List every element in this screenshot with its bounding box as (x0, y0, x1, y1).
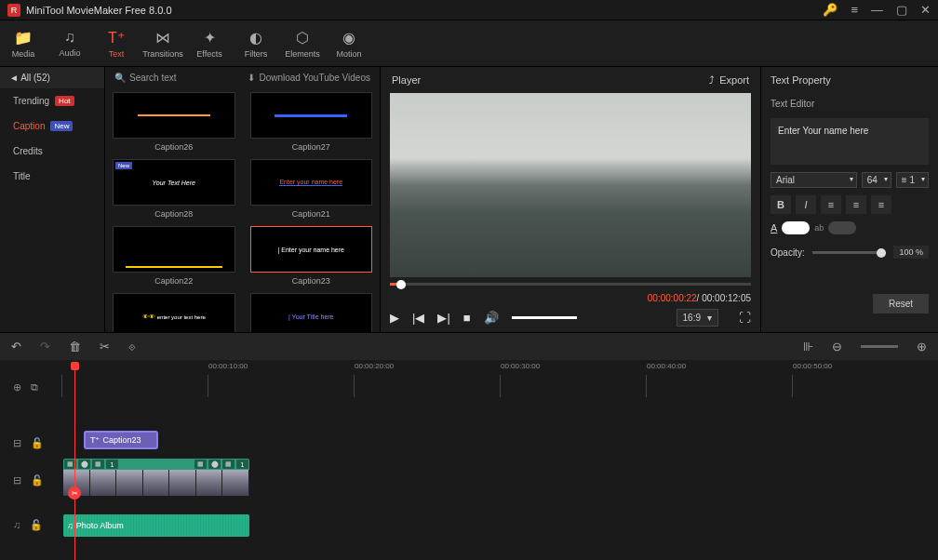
lock-icon[interactable]: 🔓 (31, 474, 44, 487)
elements-icon: ⬡ (296, 29, 309, 47)
main-toolbar: 📁Media ♫Audio T⁺Text ⋈Transitions ✦Effec… (0, 20, 938, 67)
undo-icon[interactable]: ↶ (11, 340, 21, 353)
music-icon: ♫ (64, 29, 75, 46)
stop-icon[interactable]: ■ (463, 311, 471, 325)
cut-icon[interactable]: ✂ (100, 340, 110, 353)
minimize-icon[interactable]: — (871, 3, 883, 17)
text-color-icon: A (770, 222, 777, 233)
new-badge: New (50, 121, 73, 131)
motion-icon: ◉ (342, 29, 355, 47)
align-center-button[interactable]: ≡ (846, 195, 866, 214)
crop-icon[interactable]: ⟐ (128, 340, 136, 353)
caption-item[interactable]: 👁👁 enter your text here (113, 293, 235, 332)
highlight-label: ab (814, 223, 824, 233)
caption-item[interactable]: | Your Title here (250, 293, 373, 332)
lock-icon[interactable]: 🔓 (31, 437, 44, 449)
line-spacing-select[interactable]: ≡ 1 (896, 172, 929, 188)
export-button[interactable]: ⤴Export (709, 74, 749, 86)
text-input[interactable] (770, 118, 929, 165)
tool-audio[interactable]: ♫Audio (47, 20, 93, 66)
playhead[interactable]: ✂ (74, 362, 75, 560)
caption-item[interactable]: Your Text HereNewCaption28 (113, 159, 235, 219)
caption-item[interactable]: Caption22 (113, 226, 235, 286)
key-icon[interactable]: 🔑 (823, 3, 838, 17)
size-select[interactable]: 64 (862, 172, 891, 188)
align-right-button[interactable]: ≡ (871, 195, 891, 214)
music-icon: ♫ (67, 521, 74, 530)
text-property-panel: Text Property Text Editor Arial 64 ≡ 1 B… (761, 67, 938, 332)
video-track-icon: ⊟ (13, 474, 21, 487)
opacity-value: 100 % (893, 246, 929, 259)
sidebar-title[interactable]: Title (0, 164, 104, 189)
timeline: ⊕⧉ ⊟🔓 ⊟🔓 ♫🔓 00:00:10:00 00:00:20:00 00:0… (0, 360, 938, 560)
search-icon: 🔍 (114, 73, 126, 83)
tool-media[interactable]: 📁Media (0, 20, 47, 66)
line-height-icon: ≡ (902, 175, 907, 185)
text-track-icon: ⊟ (13, 437, 21, 449)
time-current: 00:00:00:22 (648, 293, 697, 303)
volume-slider[interactable] (512, 316, 577, 319)
caption-item[interactable]: | Enter your name hereCaption23 (250, 226, 373, 286)
menu-icon[interactable]: ≡ (851, 3, 858, 17)
props-title: Text Property (761, 67, 938, 93)
text-icon: T⁺ (90, 435, 100, 445)
video-clip[interactable]: ▦⬤▦1▦⬤▦1 (63, 459, 249, 496)
sidebar-trending[interactable]: TrendingHot (0, 88, 104, 113)
audio-clip[interactable]: ♫Photo Album (63, 514, 249, 537)
tool-elements[interactable]: ⬡Elements (279, 20, 326, 66)
add-track-icon[interactable]: ⊕ (13, 381, 21, 393)
time-ruler[interactable]: 00:00:10:00 00:00:20:00 00:00:30:00 00:0… (61, 375, 938, 397)
next-frame-icon[interactable]: ▶| (437, 311, 449, 325)
zoom-in-icon[interactable]: ⊕ (917, 340, 927, 353)
highlight-toggle[interactable] (828, 221, 856, 234)
italic-button[interactable]: I (796, 195, 816, 214)
split-icon[interactable]: ✂ (68, 487, 81, 500)
lock-icon[interactable]: 🔓 (30, 519, 43, 531)
titlebar: R MiniTool MovieMaker Free 8.0.0 🔑 ≡ — ▢… (0, 0, 938, 20)
text-icon: T⁺ (108, 29, 125, 47)
zoom-out-icon[interactable]: ⊖ (832, 340, 842, 353)
video-preview[interactable] (390, 93, 751, 277)
caption-item[interactable]: Enter your name hereCaption21 (250, 159, 373, 219)
redo-icon[interactable]: ↷ (40, 340, 50, 353)
delete-icon[interactable]: 🗑 (69, 340, 81, 353)
volume-icon[interactable]: 🔊 (484, 311, 499, 325)
prev-frame-icon[interactable]: |◀ (412, 311, 424, 325)
seek-bar[interactable] (390, 283, 751, 286)
category-sidebar: ◄ All (52) TrendingHot CaptionNew Credit… (0, 67, 105, 332)
fullscreen-icon[interactable]: ⛶ (739, 311, 751, 325)
maximize-icon[interactable]: ▢ (896, 3, 907, 17)
zoom-slider[interactable] (861, 345, 898, 348)
caption-item[interactable]: Caption26 (113, 92, 235, 152)
sidebar-credits[interactable]: Credits (0, 139, 104, 164)
close-icon[interactable]: ✕ (920, 3, 931, 17)
color-swatch[interactable] (782, 221, 810, 234)
text-clip[interactable]: T⁺Caption23 (84, 431, 158, 449)
library-panel: 🔍Search text ⬇Download YouTube Videos Ca… (105, 67, 380, 332)
copy-track-icon[interactable]: ⧉ (31, 381, 38, 393)
filter-icon: ◐ (249, 29, 262, 47)
align-left-button[interactable]: ≡ (821, 195, 841, 214)
reset-button[interactable]: Reset (873, 294, 929, 313)
font-select[interactable]: Arial (770, 172, 857, 188)
search-input[interactable]: 🔍Search text (114, 73, 242, 83)
aspect-select[interactable]: 16:9 (677, 309, 718, 327)
download-youtube[interactable]: ⬇Download YouTube Videos (248, 73, 370, 83)
editor-label: Text Editor (761, 93, 938, 114)
audio-track-icon: ♫ (13, 519, 20, 530)
play-icon[interactable]: ▶ (390, 311, 399, 325)
sidebar-all[interactable]: ◄ All (52) (0, 67, 104, 88)
player-panel: Player ⤴Export 00:00:00:22 / 00:00:12:05… (380, 67, 761, 332)
fit-icon[interactable]: ⊪ (803, 340, 813, 353)
caption-item[interactable]: Caption27 (250, 92, 373, 152)
tool-transitions[interactable]: ⋈Transitions (140, 20, 186, 66)
tool-motion[interactable]: ◉Motion (326, 20, 372, 66)
player-title: Player (392, 74, 709, 86)
bold-button[interactable]: B (770, 195, 791, 214)
tool-text[interactable]: T⁺Text (93, 20, 140, 66)
sidebar-caption[interactable]: CaptionNew (0, 113, 104, 139)
tool-effects[interactable]: ✦Effects (186, 20, 233, 66)
folder-icon: 📁 (14, 29, 33, 47)
opacity-slider[interactable] (812, 251, 887, 254)
tool-filters[interactable]: ◐Filters (233, 20, 279, 66)
